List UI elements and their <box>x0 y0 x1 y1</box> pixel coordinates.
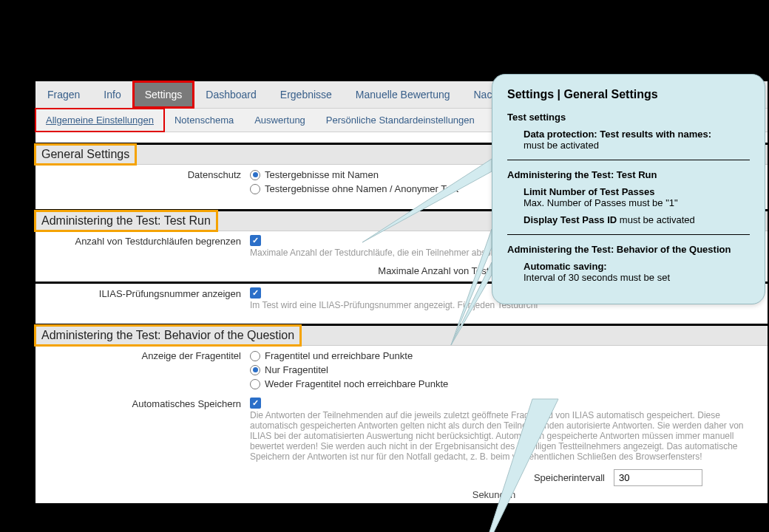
callout-item-1: Data protection: Test results with names… <box>524 129 750 151</box>
section-run-header: Administering the Test: Test Run <box>35 211 217 231</box>
label-limit-passes: Anzahl von Testdurchläufen begrenzen <box>35 234 250 247</box>
tab-settings[interactable]: Settings <box>133 81 194 108</box>
unit-seconds: Sekunden <box>250 489 738 500</box>
callout-h3: Administering the Test: Behavior of the … <box>507 244 750 255</box>
radio-ft1[interactable] <box>250 351 260 361</box>
radio-ft2[interactable] <box>250 365 260 375</box>
callout-item-2b-rest: must be activated <box>617 214 695 225</box>
tab-fragen[interactable]: Fragen <box>35 81 92 108</box>
radio-ft2-label: Nur Fragentitel <box>265 364 328 375</box>
subtab-allgemeine[interactable]: Allgemeine Einstellungen <box>35 109 164 132</box>
input-save-interval[interactable] <box>614 469 702 486</box>
radio-ft1-label: Fragentitel und erreichbare Punkte <box>265 350 413 361</box>
tab-info[interactable]: Info <box>92 81 132 108</box>
callout-item-2-bold: Limit Number of Test Passes <box>524 186 654 197</box>
radio-results-with-names[interactable] <box>250 170 260 180</box>
subtab-auswertung[interactable]: Auswertung <box>244 109 316 132</box>
label-datenschutz: Datenschutz <box>35 168 250 180</box>
callout-item-3: Automatic saving: Interval of 30 seconds… <box>524 261 750 283</box>
tab-ergebnisse[interactable]: Ergebnisse <box>268 81 344 108</box>
label-ilias-number: ILIAS-Prüfungsnummer anzeigen <box>35 287 250 299</box>
callout-h2: Administering the Test: Test Run <box>507 169 750 180</box>
radio-results-anonymous-label: Testergebnisse ohne Namen / Anonymer Tes… <box>265 183 458 194</box>
callout-divider-1 <box>507 160 750 160</box>
callout-item-3-bold: Automatic saving: <box>524 261 607 272</box>
tab-dashboard[interactable]: Dashboard <box>194 81 268 108</box>
callout-item-2b-bold: Display Test Pass ID <box>524 214 617 225</box>
callout-item-2-rest: Max. Number of Passes must be "1" <box>524 197 678 208</box>
radio-results-anonymous[interactable] <box>250 184 260 194</box>
callout-title: Settings | General Settings <box>507 88 750 101</box>
label-frage-titel: Anzeige der Fragentitel <box>35 349 250 361</box>
section-general-header: General Settings <box>35 145 135 164</box>
tab-manuelle-bewertung[interactable]: Manuelle Bewertung <box>344 81 462 108</box>
callout-divider-2 <box>507 234 750 235</box>
callout-panel: Settings | General Settings Test setting… <box>492 74 765 304</box>
radio-results-with-names-label: Testergebnisse mit Namen <box>265 169 379 180</box>
checkbox-limit-passes[interactable] <box>250 235 261 246</box>
callout-item-3-rest: Interval of 30 seconds must be set <box>524 272 670 283</box>
radio-ft3[interactable] <box>250 379 260 389</box>
subtab-persoenliche[interactable]: Persönliche Standardeinstellungen <box>316 109 485 132</box>
hint-auto-save: Die Antworten der Teilnehmenden auf die … <box>250 410 768 462</box>
checkbox-auto-save[interactable] <box>250 398 261 409</box>
callout-item-1-rest: must be activated <box>524 140 599 151</box>
radio-ft3-label: Weder Fragentitel noch erreichbare Punkt… <box>265 378 448 389</box>
checkbox-ilias-number[interactable] <box>250 287 261 299</box>
label-auto-save: Automatisches Speichern <box>35 397 250 409</box>
subtab-notenschema[interactable]: Notenschema <box>164 109 244 132</box>
label-save-interval: Speicherintervall <box>250 472 605 483</box>
callout-item-2b: Display Test Pass ID must be activated <box>524 214 750 225</box>
callout-item-2: Limit Number of Test Passes Max. Number … <box>524 186 750 208</box>
callout-item-1-bold: Data protection: Test results with names… <box>524 129 711 140</box>
callout-h1: Test settings <box>507 112 750 123</box>
section-behavior-header: Administering the Test: Behavior of the … <box>35 326 300 345</box>
